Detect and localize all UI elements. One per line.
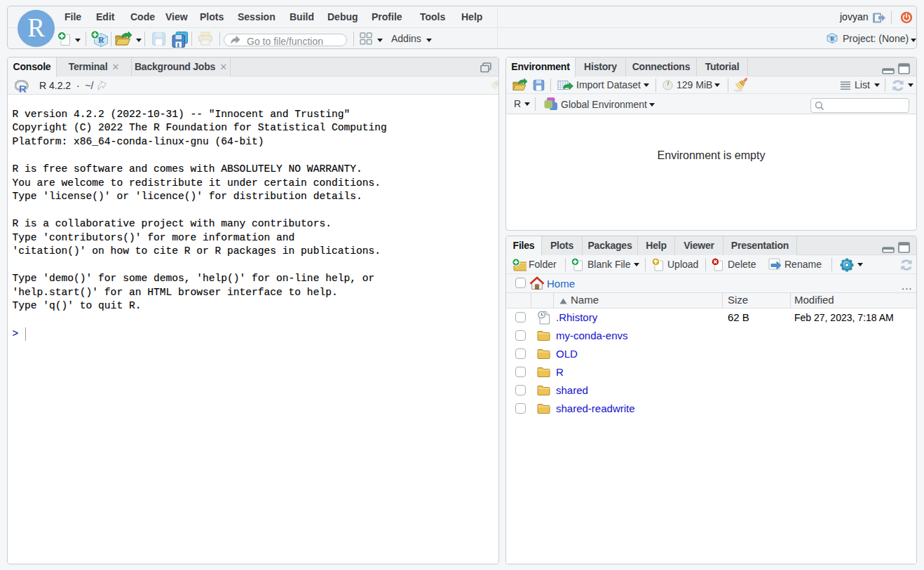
svg-text:R: R: [830, 35, 835, 42]
svg-text:R: R: [19, 83, 27, 93]
